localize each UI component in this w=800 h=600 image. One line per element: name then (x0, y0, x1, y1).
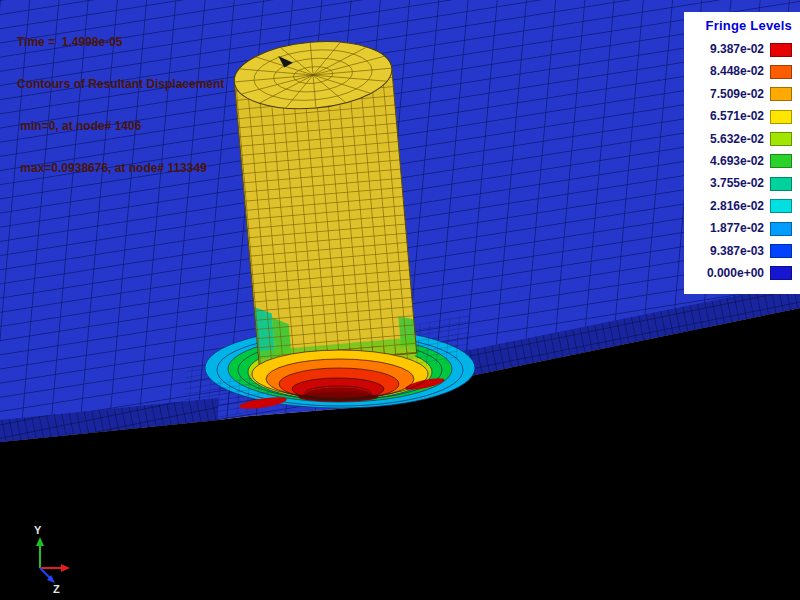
legend-level-label: 9.387e-03 (710, 244, 764, 259)
legend-level-label: 5.632e-02 (710, 132, 764, 147)
legend-level-row: 9.387e-03 (686, 244, 792, 259)
legend-level-label: 0.000e+00 (707, 266, 764, 281)
legend-color-chip (770, 87, 792, 101)
legend-level-label: 1.877e-02 (710, 221, 764, 236)
legend-color-chip (770, 65, 792, 79)
contour-info-panel: Time = 1.4998e-05 Contours of Resultant … (17, 7, 224, 189)
legend-level-label: 3.755e-02 (710, 176, 764, 191)
legend-level-row: 4.693e-02 (686, 154, 792, 169)
legend-color-chip (770, 43, 792, 57)
y-axis-label: Y (34, 524, 42, 536)
contour-title: Contours of Resultant Displacement (17, 77, 224, 91)
lsprepost-viewport[interactable]: Y Z Time = 1.4998e-05 Contours of Result… (0, 0, 800, 600)
legend-level-row: 0.000e+00 (686, 266, 792, 281)
legend-color-chip (770, 110, 792, 124)
time-readout: Time = 1.4998e-05 (17, 35, 224, 49)
legend-level-row: 5.632e-02 (686, 132, 792, 147)
fringe-legend-title: Fringe Levels (686, 18, 792, 33)
legend-level-label: 7.509e-02 (710, 87, 764, 102)
legend-level-row: 6.571e-02 (686, 109, 792, 124)
legend-level-label: 2.816e-02 (710, 199, 764, 214)
legend-color-chip (770, 266, 792, 280)
legend-color-chip (770, 132, 792, 146)
legend-level-row: 2.816e-02 (686, 199, 792, 214)
min-readout: min=0, at node# 1406 (17, 119, 224, 133)
legend-color-chip (770, 199, 792, 213)
legend-level-row: 1.877e-02 (686, 221, 792, 236)
legend-level-label: 8.448e-02 (710, 64, 764, 79)
legend-level-label: 6.571e-02 (710, 109, 764, 124)
legend-level-row: 9.387e-02 (686, 42, 792, 57)
legend-color-chip (770, 244, 792, 258)
max-readout: max=0.0938676, at node# 113349 (17, 161, 224, 175)
z-axis-label: Z (53, 583, 60, 595)
projectile-cylinder (231, 35, 417, 379)
legend-level-row: 3.755e-02 (686, 176, 792, 191)
legend-color-chip (770, 154, 792, 168)
legend-level-label: 4.693e-02 (710, 154, 764, 169)
fringe-legend: Fringe Levels 9.387e-02 8.448e-02 7.509e… (686, 18, 792, 288)
legend-level-label: 9.387e-02 (710, 42, 764, 57)
legend-color-chip (770, 222, 792, 236)
legend-color-chip (770, 177, 792, 191)
legend-level-row: 7.509e-02 (686, 87, 792, 102)
legend-level-row: 8.448e-02 (686, 64, 792, 79)
